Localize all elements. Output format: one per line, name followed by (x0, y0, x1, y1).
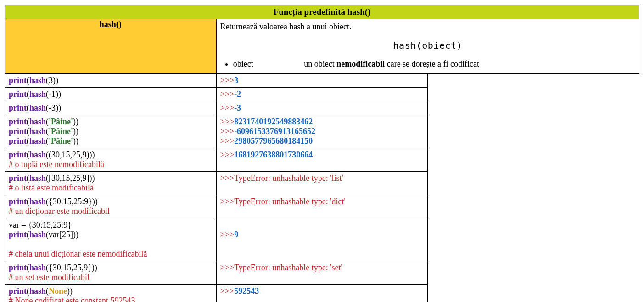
table-row: print(hash(3))>>>3 (5, 74, 639, 88)
output-cell: >>>TypeError: unhashable type: 'set' (216, 261, 428, 285)
output-cell: >>>3 (216, 74, 428, 88)
code-cell: var = {30:15,25:9}print(hash(var[25]))# … (5, 218, 217, 261)
table-row: print(hash(None))# None codificat este c… (5, 285, 639, 302)
code-cell: print(hash(None))# None codificat este c… (5, 285, 217, 302)
output-cell: >>>TypeError: unhashable type: 'dict' (216, 195, 428, 218)
table-row: print(hash('Pâine'))print(hash('Pâine'))… (5, 115, 639, 148)
code-cell: print(hash(-1)) (5, 88, 217, 101)
output-cell: >>>8231740192549883462>>>-60961533769131… (216, 115, 428, 148)
code-cell: print(hash({30,15,25,9}))# un set este m… (5, 261, 217, 285)
description-cell: Returnează valoarea hash a unui obiect. … (216, 19, 639, 74)
table-row: print(hash(-3))>>>-3 (5, 101, 639, 115)
code-cell: print(hash({30:15,25:9}))# un dicționar … (5, 195, 217, 218)
syntax-line: hash(obiect) (220, 40, 635, 51)
table-row: print(hash((30,15,25,9)))# o tuplă este … (5, 148, 639, 172)
table-row: print(hash({30:15,25:9}))# un dicționar … (5, 195, 639, 218)
side-label: hash() (5, 19, 217, 74)
param-item: obiect un obiect nemodificabil care se d… (233, 59, 635, 69)
code-cell: print(hash('Pâine'))print(hash('Pâine'))… (5, 115, 217, 148)
table-row: print(hash(-1))>>>-2 (5, 88, 639, 101)
table-row: print(hash({30,15,25,9}))# un set este m… (5, 261, 639, 285)
hash-function-table: Funcția predefinită hash() hash() Return… (5, 5, 639, 302)
output-cell: >>>-2 (216, 88, 428, 101)
table-row: var = {30:15,25:9}print(hash(var[25]))# … (5, 218, 639, 261)
output-cell: >>>9 (216, 218, 428, 261)
table-header: Funcția predefinită hash() (5, 5, 639, 19)
param-list: obiect un obiect nemodificabil care se d… (233, 59, 635, 69)
output-cell: >>>592543 (216, 285, 428, 302)
table-row: print(hash([30,15,25,9]))# o listă este … (5, 172, 639, 195)
param-name: obiect (233, 59, 302, 69)
code-cell: print(hash(-3)) (5, 101, 217, 115)
code-cell: print(hash((30,15,25,9)))# o tuplă este … (5, 148, 217, 172)
output-cell: >>>TypeError: unhashable type: 'list' (216, 172, 428, 195)
param-desc-bold: nemodificabil (336, 59, 385, 68)
output-cell: >>>1681927638801730664 (216, 148, 428, 172)
param-desc-prefix: un obiect (304, 59, 336, 68)
param-desc-suffix: care se dorește a fi codificat (385, 59, 479, 68)
output-cell: >>>-3 (216, 101, 428, 115)
code-cell: print(hash([30,15,25,9]))# o listă este … (5, 172, 217, 195)
summary-text: Returnează valoarea hash a unui obiect. (220, 22, 635, 32)
code-cell: print(hash(3)) (5, 74, 217, 88)
